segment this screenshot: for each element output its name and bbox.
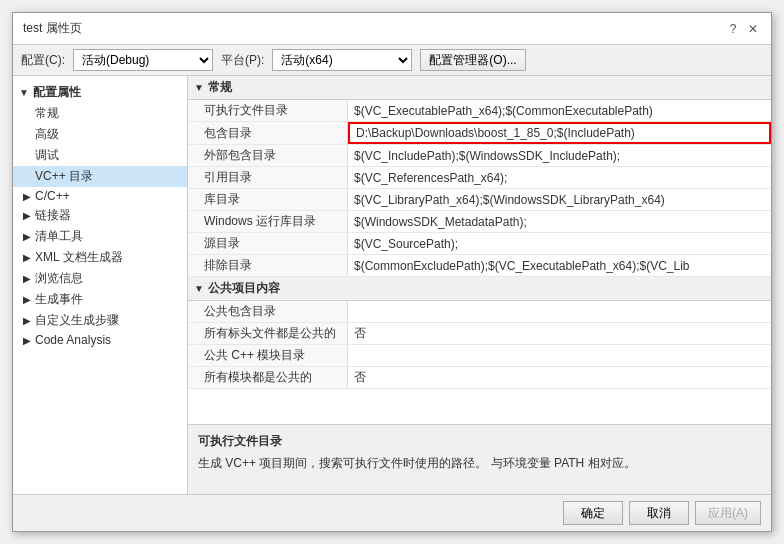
- prop-name-executable-dir: 可执行文件目录: [188, 100, 348, 121]
- dialog: test 属性页 ? ✕ 配置(C): 活动(Debug) 平台(P): 活动(…: [12, 12, 772, 532]
- prop-value-all-headers-public[interactable]: 否: [348, 323, 771, 344]
- prop-row-lib-dir: 库目录 $(VC_LibraryPath_x64);$(WindowsSDK_L…: [188, 189, 771, 211]
- prop-value-winrt-dir[interactable]: $(WindowsSDK_MetadataPath);: [348, 211, 771, 232]
- prop-name-exclude-dir: 排除目录: [188, 255, 348, 276]
- info-area: 可执行文件目录 生成 VC++ 项目期间，搜索可执行文件时使用的路径。 与环境变…: [188, 424, 771, 494]
- tree-item-advanced[interactable]: 高级: [13, 124, 187, 145]
- prop-name-all-modules-public: 所有模块都是公共的: [188, 367, 348, 388]
- tree-item-vc-dirs-label: VC++ 目录: [35, 168, 93, 185]
- close-button[interactable]: ✕: [745, 21, 761, 37]
- prop-value-include-dir[interactable]: D:\Backup\Downloads\boost_1_85_0;$(Inclu…: [348, 122, 771, 144]
- section-public-arrow: ▼: [194, 283, 204, 294]
- tree-group-build-events-label: 生成事件: [35, 291, 83, 308]
- tree-group-linker-label: 链接器: [35, 207, 71, 224]
- info-description: 生成 VC++ 项目期间，搜索可执行文件时使用的路径。 与环境变量 PATH 相…: [198, 454, 761, 472]
- prop-row-all-headers-public: 所有标头文件都是公共的 否: [188, 323, 771, 345]
- tree-group-code-analysis[interactable]: ▶ Code Analysis: [13, 331, 187, 349]
- tree-item-general[interactable]: 常规: [13, 103, 187, 124]
- prop-name-source-dir: 源目录: [188, 233, 348, 254]
- tree-group-cpp[interactable]: ▶ C/C++: [13, 187, 187, 205]
- tree-group-browse[interactable]: ▶ 浏览信息: [13, 268, 187, 289]
- config-select[interactable]: 活动(Debug): [73, 49, 213, 71]
- prop-value-lib-dir[interactable]: $(VC_LibraryPath_x64);$(WindowsSDK_Libra…: [348, 189, 771, 210]
- prop-value-public-include[interactable]: [348, 301, 771, 322]
- tree-group-build-events-arrow: ▶: [23, 294, 31, 305]
- main-content: ▼ 配置属性 常规 高级 调试 VC++ 目录 ▶ C/C++ ▶ 链接器: [13, 76, 771, 494]
- prop-name-all-headers-public: 所有标头文件都是公共的: [188, 323, 348, 344]
- ok-button[interactable]: 确定: [563, 501, 623, 525]
- section-public-title: 公共项目内容: [208, 280, 280, 297]
- prop-row-public-module-dir: 公共 C++ 模块目录: [188, 345, 771, 367]
- toolbar: 配置(C): 活动(Debug) 平台(P): 活动(x64) 配置管理器(O)…: [13, 45, 771, 76]
- tree-group-manifest-arrow: ▶: [23, 231, 31, 242]
- tree-group-xml[interactable]: ▶ XML 文档生成器: [13, 247, 187, 268]
- left-panel: ▼ 配置属性 常规 高级 调试 VC++ 目录 ▶ C/C++ ▶ 链接器: [13, 76, 188, 494]
- cancel-button[interactable]: 取消: [629, 501, 689, 525]
- tree-root-label: 配置属性: [33, 84, 81, 101]
- prop-value-all-modules-public[interactable]: 否: [348, 367, 771, 388]
- tree-group-linker[interactable]: ▶ 链接器: [13, 205, 187, 226]
- prop-row-public-include: 公共包含目录: [188, 301, 771, 323]
- tree-item-advanced-label: 高级: [35, 126, 59, 143]
- dialog-title: test 属性页: [23, 20, 82, 37]
- prop-row-source-dir: 源目录 $(VC_SourcePath);: [188, 233, 771, 255]
- prop-name-reference-dir: 引用目录: [188, 167, 348, 188]
- tree-group-linker-arrow: ▶: [23, 210, 31, 221]
- prop-row-winrt-dir: Windows 运行库目录 $(WindowsSDK_MetadataPath)…: [188, 211, 771, 233]
- section-general-title: 常规: [208, 79, 232, 96]
- prop-value-exclude-dir[interactable]: $(CommonExcludePath);$(VC_ExecutablePath…: [348, 255, 771, 276]
- tree-group-custom-build[interactable]: ▶ 自定义生成步骤: [13, 310, 187, 331]
- prop-name-winrt-dir: Windows 运行库目录: [188, 211, 348, 232]
- config-label: 配置(C):: [21, 52, 65, 69]
- apply-button[interactable]: 应用(A): [695, 501, 761, 525]
- section-general-arrow: ▼: [194, 82, 204, 93]
- tree-root-arrow: ▼: [19, 87, 29, 98]
- tree-group-browse-arrow: ▶: [23, 273, 31, 284]
- prop-row-reference-dir: 引用目录 $(VC_ReferencesPath_x64);: [188, 167, 771, 189]
- tree-item-vc-dirs[interactable]: VC++ 目录: [13, 166, 187, 187]
- right-panel: ▼ 常规 可执行文件目录 $(VC_ExecutablePath_x64);$(…: [188, 76, 771, 494]
- prop-row-include-dir: 包含目录 D:\Backup\Downloads\boost_1_85_0;$(…: [188, 122, 771, 145]
- title-bar-right: ? ✕: [725, 21, 761, 37]
- prop-name-public-include: 公共包含目录: [188, 301, 348, 322]
- prop-row-exclude-dir: 排除目录 $(CommonExcludePath);$(VC_Executabl…: [188, 255, 771, 277]
- tree-group-custom-build-arrow: ▶: [23, 315, 31, 326]
- tree-group-cpp-arrow: ▶: [23, 191, 31, 202]
- prop-row-executable-dir: 可执行文件目录 $(VC_ExecutablePath_x64);$(Commo…: [188, 100, 771, 122]
- prop-value-source-dir[interactable]: $(VC_SourcePath);: [348, 233, 771, 254]
- section-public-header[interactable]: ▼ 公共项目内容: [188, 277, 771, 301]
- tree-group-custom-build-label: 自定义生成步骤: [35, 312, 119, 329]
- info-title: 可执行文件目录: [198, 433, 761, 450]
- empty-space: [188, 389, 771, 424]
- prop-name-external-include: 外部包含目录: [188, 145, 348, 166]
- tree-group-code-analysis-arrow: ▶: [23, 335, 31, 346]
- tree-group-manifest[interactable]: ▶ 清单工具: [13, 226, 187, 247]
- prop-value-executable-dir[interactable]: $(VC_ExecutablePath_x64);$(CommonExecuta…: [348, 100, 771, 121]
- tree-root[interactable]: ▼ 配置属性: [13, 82, 187, 103]
- prop-row-external-include: 外部包含目录 $(VC_IncludePath);$(WindowsSDK_In…: [188, 145, 771, 167]
- help-button[interactable]: ?: [725, 21, 741, 37]
- prop-name-public-module-dir: 公共 C++ 模块目录: [188, 345, 348, 366]
- prop-row-all-modules-public: 所有模块都是公共的 否: [188, 367, 771, 389]
- tree-group-code-analysis-label: Code Analysis: [35, 333, 111, 347]
- prop-name-lib-dir: 库目录: [188, 189, 348, 210]
- title-bar-left: test 属性页: [23, 20, 82, 37]
- tree-group-xml-arrow: ▶: [23, 252, 31, 263]
- manage-config-button[interactable]: 配置管理器(O)...: [420, 49, 525, 71]
- platform-label: 平台(P):: [221, 52, 264, 69]
- section-general-header[interactable]: ▼ 常规: [188, 76, 771, 100]
- tree-group-manifest-label: 清单工具: [35, 228, 83, 245]
- prop-name-include-dir: 包含目录: [188, 122, 348, 144]
- tree-group-browse-label: 浏览信息: [35, 270, 83, 287]
- prop-value-external-include[interactable]: $(VC_IncludePath);$(WindowsSDK_IncludePa…: [348, 145, 771, 166]
- platform-select[interactable]: 活动(x64): [272, 49, 412, 71]
- tree-group-cpp-label: C/C++: [35, 189, 70, 203]
- tree-item-general-label: 常规: [35, 105, 59, 122]
- tree-item-debug[interactable]: 调试: [13, 145, 187, 166]
- props-area: ▼ 常规 可执行文件目录 $(VC_ExecutablePath_x64);$(…: [188, 76, 771, 424]
- tree-group-build-events[interactable]: ▶ 生成事件: [13, 289, 187, 310]
- title-bar: test 属性页 ? ✕: [13, 13, 771, 45]
- prop-value-reference-dir[interactable]: $(VC_ReferencesPath_x64);: [348, 167, 771, 188]
- footer: 确定 取消 应用(A): [13, 494, 771, 531]
- prop-value-public-module-dir[interactable]: [348, 345, 771, 366]
